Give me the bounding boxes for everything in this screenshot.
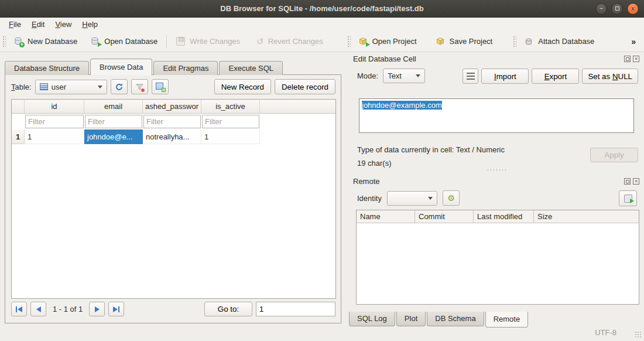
dock-close-icon[interactable]: ✕	[633, 56, 639, 62]
tab-database-structure[interactable]: Database Structure	[5, 61, 89, 75]
table-icon	[40, 83, 48, 90]
export-button[interactable]: Export	[532, 69, 579, 84]
cell-hashed-password[interactable]: notreallyha...	[143, 129, 201, 144]
menu-view[interactable]: View	[50, 19, 77, 30]
gear-icon: ⚙	[447, 193, 455, 203]
revert-changes-label: Revert Changes	[268, 37, 323, 46]
open-database-label: Open Database	[104, 37, 157, 46]
dock-float-icon[interactable]	[624, 56, 631, 62]
remote-column-last-modified[interactable]: Last modified	[474, 210, 534, 223]
word-wrap-button[interactable]	[463, 69, 478, 84]
new-database-button[interactable]: + New Database	[8, 33, 83, 49]
remote-column-size[interactable]: Size	[534, 210, 639, 223]
column-header-id[interactable]: id	[25, 100, 84, 113]
push-database-button[interactable]	[619, 190, 637, 206]
toolbar-drag-handle[interactable]	[347, 36, 351, 47]
dock-close-icon[interactable]: ✕	[633, 178, 639, 185]
database-new-icon: +	[13, 36, 23, 46]
filter-input-id[interactable]	[25, 115, 84, 128]
attach-database-button[interactable]: Attach Database	[519, 33, 600, 49]
push-database-icon	[624, 195, 632, 203]
toolbar-drag-handle[interactable]	[513, 36, 516, 47]
new-record-button[interactable]: New Record	[214, 79, 271, 94]
set-as-null-button[interactable]: Set as NULL	[582, 69, 638, 84]
word-wrap-icon	[467, 73, 475, 80]
last-page-icon	[113, 306, 118, 312]
write-changes-icon	[176, 37, 185, 46]
save-project-label: Save Project	[450, 37, 493, 46]
next-page-button[interactable]	[89, 302, 105, 316]
write-changes-button: Write Changes	[170, 33, 245, 49]
column-header-email[interactable]: email	[84, 100, 143, 113]
write-changes-label: Write Changes	[190, 37, 240, 46]
remote-file-table: Name Commit Last modified Size	[356, 210, 639, 305]
record-range-text: 1 - 1 of 1	[53, 305, 83, 313]
resize-grip[interactable]	[635, 331, 642, 339]
filter-input-email[interactable]	[85, 115, 142, 128]
save-results-button[interactable]	[152, 79, 169, 94]
mode-selector[interactable]: Text	[383, 69, 425, 83]
database-open-icon	[90, 36, 100, 46]
open-project-button[interactable]: Open Project	[353, 33, 422, 49]
apply-button: Apply	[590, 148, 638, 162]
horizontal-splitter[interactable]	[348, 169, 644, 172]
row-number[interactable]: 1	[12, 129, 25, 144]
filter-icon	[135, 83, 144, 91]
delete-record-button[interactable]: Delete record	[275, 79, 335, 94]
save-project-button[interactable]: Save Project	[430, 33, 498, 49]
last-page-button[interactable]	[108, 302, 124, 316]
maximize-button[interactable]	[611, 3, 623, 15]
next-page-icon	[95, 306, 100, 312]
filter-row	[12, 114, 335, 129]
filter-input-is-active[interactable]	[202, 115, 259, 128]
refresh-button[interactable]	[111, 79, 128, 94]
menu-file[interactable]: File	[4, 19, 26, 30]
encoding-status: UTF-8	[595, 328, 616, 337]
main-tab-bar: Database Structure Browse Data Edit Prag…	[5, 59, 284, 75]
remote-column-commit[interactable]: Commit	[415, 210, 474, 223]
minimize-button[interactable]: −	[595, 3, 607, 15]
identity-label: Identity	[357, 194, 382, 203]
tab-edit-pragmas[interactable]: Edit Pragmas	[153, 61, 218, 75]
chevron-down-icon	[416, 74, 420, 77]
cell-is-active[interactable]: 1	[201, 129, 260, 144]
menu-edit[interactable]: Edit	[26, 19, 50, 30]
first-page-button[interactable]	[11, 302, 27, 316]
identity-selector[interactable]	[387, 191, 437, 206]
previous-page-button[interactable]	[30, 302, 46, 316]
cell-email-selected[interactable]: johndoe@e...	[84, 129, 143, 144]
main-toolbar: + New Database Open Database Write Chang…	[0, 31, 644, 52]
table-selector[interactable]: user	[35, 80, 107, 94]
tab-plot[interactable]: Plot	[396, 312, 426, 326]
splitter-handle-icon	[487, 169, 506, 171]
cell-editor[interactable]: johndoe@example.com	[359, 98, 634, 133]
column-header-is-active[interactable]: is_active	[201, 100, 260, 113]
data-grid: id email ashed_passwor is_active 1 1 joh…	[11, 99, 336, 299]
close-button[interactable]: x	[627, 3, 639, 15]
filter-input-hashed-password[interactable]	[143, 115, 201, 128]
red-dot-badge	[141, 88, 145, 93]
menu-help[interactable]: Help	[77, 19, 103, 30]
toolbar-drag-handle[interactable]	[2, 36, 6, 47]
tab-db-schema[interactable]: DB Schema	[427, 312, 484, 326]
tab-sql-log[interactable]: SQL Log	[349, 312, 395, 326]
goto-button[interactable]: Go to:	[204, 302, 252, 316]
toolbar-overflow-button[interactable]: »	[629, 37, 644, 46]
remote-column-name[interactable]: Name	[357, 210, 415, 223]
window-controls: − x	[595, 3, 639, 15]
dock-float-icon[interactable]	[624, 178, 631, 185]
save-table-icon	[156, 83, 165, 91]
open-database-button[interactable]: Open Database	[85, 33, 163, 49]
grid-header-row: id email ashed_passwor is_active	[12, 100, 335, 114]
tab-browse-data[interactable]: Browse Data	[90, 59, 152, 75]
goto-input[interactable]	[256, 302, 335, 316]
column-header-hashed-password[interactable]: ashed_passwor	[143, 100, 201, 113]
mode-row: Mode: Text	[357, 69, 425, 83]
clear-filters-button[interactable]	[131, 79, 148, 94]
cell-id[interactable]: 1	[25, 129, 84, 144]
tab-remote[interactable]: Remote	[485, 312, 529, 328]
remote-title: Remote	[353, 177, 380, 186]
tab-execute-sql[interactable]: Execute SQL	[219, 61, 283, 75]
identity-settings-button[interactable]: ⚙	[443, 190, 460, 206]
import-button[interactable]: Import	[481, 69, 529, 84]
